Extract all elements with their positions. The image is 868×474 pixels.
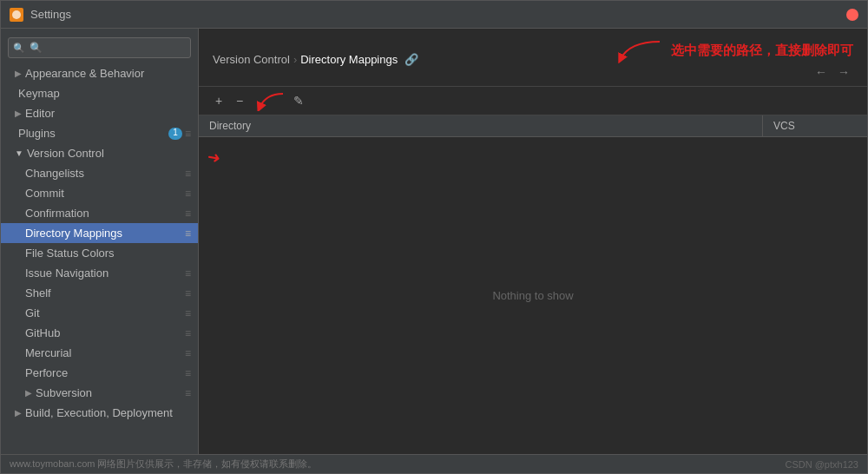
chevron-icon: ▼ xyxy=(15,148,23,158)
issue-menu-icon: ≡ xyxy=(185,267,191,280)
subversion-menu-icon: ≡ xyxy=(185,387,191,399)
sidebar-item-editor[interactable]: ▶ Editor xyxy=(1,103,198,123)
sidebar-item-label: Keymap xyxy=(18,87,60,100)
bottom-right-text: CSDN @ptxh123 xyxy=(785,459,858,470)
title-bar-left: Settings xyxy=(10,8,71,22)
sidebar-item-label: Appearance & Behavior xyxy=(25,67,144,80)
column-header-directory: Directory xyxy=(199,115,763,136)
plugins-badge: 1 xyxy=(168,128,182,140)
window-controls xyxy=(846,9,858,21)
sidebar-item-label: Subversion xyxy=(36,386,92,399)
sidebar-item-version-control[interactable]: ▼ Version Control xyxy=(1,143,198,163)
breadcrumb-separator: › xyxy=(293,53,297,66)
nav-arrows: ← → xyxy=(812,63,853,81)
settings-window: Settings 🔍 ▶ Appearance & Behavior Keyma… xyxy=(0,0,868,474)
sidebar-item-label: GitHub xyxy=(25,326,60,339)
sidebar-item-appearance[interactable]: ▶ Appearance & Behavior xyxy=(1,63,198,83)
git-menu-icon: ≡ xyxy=(185,307,191,319)
table-body: ➜ Nothing to show xyxy=(199,137,867,454)
title-bar: Settings xyxy=(1,1,867,29)
search-input[interactable] xyxy=(8,37,191,58)
github-menu-icon: ≡ xyxy=(185,327,191,339)
sidebar-item-keymap[interactable]: Keymap xyxy=(1,83,198,103)
bottom-left-text: www.toymoban.com 网络图片仅供展示，非存储，如有侵权请联系删除。 xyxy=(10,458,317,471)
main-panel: Version Control › Directory Mappings 🔗 xyxy=(199,29,867,454)
chevron-icon: ▶ xyxy=(15,69,22,78)
annotation-arrow xyxy=(612,37,664,63)
commit-menu-icon: ≡ xyxy=(185,188,191,200)
sidebar-item-github[interactable]: GitHub ≡ xyxy=(1,323,198,343)
body-annotation-arrow: ➜ xyxy=(206,147,222,168)
sidebar-item-label: Commit xyxy=(25,187,64,200)
sidebar-item-file-status-colors[interactable]: File Status Colors xyxy=(1,243,198,263)
sidebar-item-mercurial[interactable]: Mercurial ≡ xyxy=(1,343,198,363)
breadcrumb-parent: Version Control xyxy=(213,53,290,66)
sidebar-item-directory-mappings[interactable]: Directory Mappings ≡ xyxy=(1,223,198,243)
search-box: 🔍 xyxy=(8,37,191,58)
window-title: Settings xyxy=(30,8,71,21)
directory-mappings-table: Directory VCS ➜ Nothing to show xyxy=(199,115,867,454)
link-icon: 🔗 xyxy=(404,53,418,66)
sidebar-item-label: Perforce xyxy=(25,366,68,379)
chevron-icon: ▶ xyxy=(15,109,22,118)
sidebar-item-subversion[interactable]: ▶ Subversion ≡ xyxy=(1,383,198,403)
sidebar-item-perforce[interactable]: Perforce ≡ xyxy=(1,363,198,383)
sidebar-item-shelf[interactable]: Shelf ≡ xyxy=(1,283,198,303)
sidebar-item-issue-navigation[interactable]: Issue Navigation ≡ xyxy=(1,263,198,283)
bottom-bar: www.toymoban.com 网络图片仅供展示，非存储，如有侵权请联系删除。… xyxy=(1,454,867,473)
search-icon: 🔍 xyxy=(13,43,25,54)
add-mapping-button[interactable]: + xyxy=(209,91,228,110)
nav-back-button[interactable]: ← xyxy=(812,63,831,81)
nav-forward-button[interactable]: → xyxy=(834,63,853,81)
confirmation-menu-icon: ≡ xyxy=(185,207,191,220)
main-header: Version Control › Directory Mappings 🔗 xyxy=(199,29,867,87)
sidebar-item-confirmation[interactable]: Confirmation ≡ xyxy=(1,203,198,223)
sidebar-item-label: File Status Colors xyxy=(25,247,115,260)
breadcrumb-current: Directory Mappings xyxy=(300,53,398,66)
perforce-menu-icon: ≡ xyxy=(185,367,191,379)
plugins-menu-icon: ≡ xyxy=(185,128,191,140)
sidebar-item-git[interactable]: Git ≡ xyxy=(1,303,198,323)
sidebar-item-label: Version Control xyxy=(27,147,104,160)
chevron-icon: ▶ xyxy=(15,408,22,418)
content-area: 🔍 ▶ Appearance & Behavior Keymap ▶ Edito… xyxy=(1,29,867,454)
breadcrumb: Version Control › Directory Mappings 🔗 xyxy=(213,53,418,66)
sidebar-item-label: Plugins xyxy=(18,127,56,140)
sidebar-item-label: Editor xyxy=(25,107,55,120)
sidebar-item-label: Shelf xyxy=(25,286,51,300)
sidebar-item-label: Issue Navigation xyxy=(25,267,108,280)
mercurial-menu-icon: ≡ xyxy=(185,347,191,359)
chevron-icon: ▶ xyxy=(25,388,32,398)
sidebar-item-label: Directory Mappings xyxy=(25,227,122,240)
annotation-text: 选中需要的路径，直接删除即可 xyxy=(671,43,853,59)
sidebar-item-label: Mercurial xyxy=(25,346,71,359)
directory-menu-icon: ≡ xyxy=(185,227,191,240)
table-header: Directory VCS xyxy=(199,115,867,137)
app-icon xyxy=(10,8,23,22)
close-button[interactable] xyxy=(846,9,858,21)
sidebar-item-build-execution[interactable]: ▶ Build, Execution, Deployment xyxy=(1,403,198,423)
changelists-menu: ≡ xyxy=(185,168,191,180)
sidebar-item-plugins[interactable]: Plugins 1 ≡ xyxy=(1,123,198,143)
toolbar-annotation-arrow xyxy=(253,90,287,111)
sidebar-item-label: Build, Execution, Deployment xyxy=(25,406,173,419)
sidebar-item-label: Changelists xyxy=(25,167,84,180)
svg-point-0 xyxy=(12,10,21,19)
sidebar: 🔍 ▶ Appearance & Behavior Keymap ▶ Edito… xyxy=(1,29,199,454)
sidebar-item-changelists[interactable]: Changelists ≡ xyxy=(1,163,198,183)
edit-mapping-button[interactable]: ✎ xyxy=(289,91,308,110)
sidebar-item-label: Git xyxy=(25,306,40,319)
toolbar: + − ✎ xyxy=(199,87,867,115)
remove-mapping-button[interactable]: − xyxy=(230,91,249,110)
empty-state-text: Nothing to show xyxy=(492,289,573,302)
plugin-badge-area: 1 ≡ xyxy=(168,128,191,140)
sidebar-item-commit[interactable]: Commit ≡ xyxy=(1,183,198,203)
column-header-vcs: VCS xyxy=(763,115,867,136)
sidebar-item-label: Confirmation xyxy=(25,207,89,220)
shelf-menu-icon: ≡ xyxy=(185,287,191,300)
